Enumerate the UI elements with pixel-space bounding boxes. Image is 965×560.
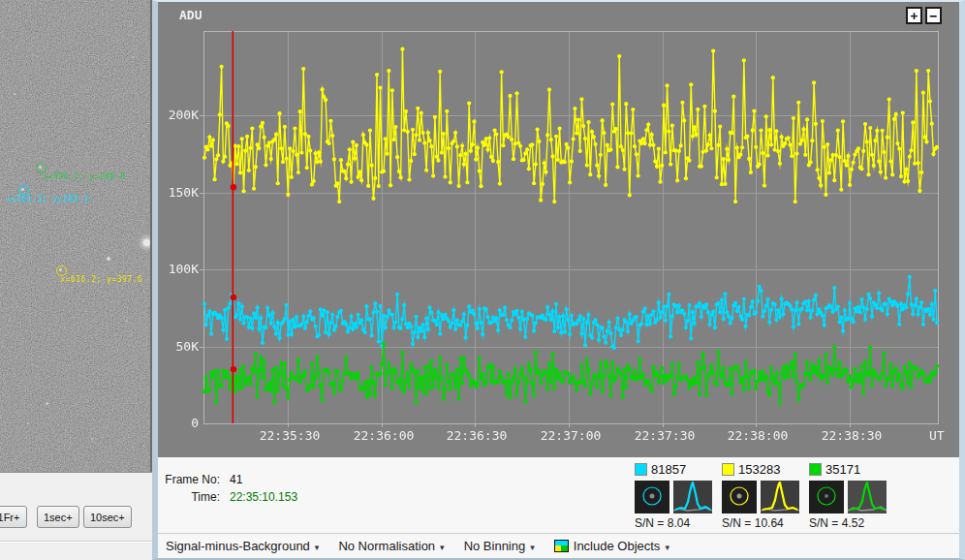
series-swatch <box>635 463 647 476</box>
psf-profile-thumbnail[interactable] <box>761 481 799 513</box>
snr-value: 8.04 <box>668 516 690 530</box>
aperture-thumbnail[interactable] <box>635 481 669 513</box>
chevron-down-icon: ▾ <box>315 541 320 552</box>
light-curve-plot[interactable] <box>158 2 959 457</box>
series-current-value: 81857 <box>651 462 686 477</box>
frame-number-label: Frame No: <box>162 473 220 486</box>
snr-value: 4.52 <box>842 516 864 530</box>
series-current-value: 153283 <box>738 462 780 477</box>
reduction-mode-label: Signal-minus-Background <box>166 539 310 553</box>
y-tick-label: 100K <box>160 262 199 276</box>
light-curve-chart: ADU 200K 150K 100K 50K 0 22:35:30 22:36:… <box>158 2 959 457</box>
snr-label: S/N = <box>809 516 838 530</box>
x-tick-label: 22:36:30 <box>436 428 517 443</box>
tracked-object-coords: x=461.3; y=282.3 <box>7 195 89 203</box>
psf-profile-thumbnail[interactable] <box>848 481 887 513</box>
tracked-object-coords: x=496.2; y=248.8 <box>43 172 125 181</box>
frame-info-panel: Frame No: 41 Time: 22:35:10.153 81857 <box>158 457 959 533</box>
star <box>46 402 48 405</box>
snr-value: 10.64 <box>755 516 784 530</box>
star <box>107 257 110 261</box>
legend-object-3: 35171 S/N = 4.52 <box>809 462 894 530</box>
psf-profile-thumbnail[interactable] <box>673 481 712 513</box>
video-panel: x=496.2; y=248.8 x=461.3; y=282.3 x=616.… <box>0 0 152 560</box>
noise-texture <box>0 0 150 472</box>
y-axis-title: ADU <box>179 8 202 22</box>
star <box>132 56 134 58</box>
advance-10sec-button[interactable]: 10sec+ <box>83 506 132 528</box>
x-tick-label: 22:38:30 <box>811 428 892 443</box>
snr-label: S/N = <box>722 516 751 530</box>
zoom-in-button[interactable]: + <box>906 7 922 24</box>
normalisation-menu[interactable]: No Normalisation ▾ <box>338 539 444 553</box>
y-tick-label: 150K <box>160 185 199 200</box>
series-swatch <box>809 463 822 476</box>
tracked-object-coords: x=616.2; y=397.6 <box>60 275 142 284</box>
binning-label: No Binning <box>464 539 526 553</box>
reduction-mode-menu[interactable]: Signal-minus-Background ▾ <box>166 539 319 553</box>
chart-options-toolbar: Signal-minus-Background ▾ No Normalisati… <box>158 533 959 558</box>
light-curve-window: ADU 200K 150K 100K 50K 0 22:35:30 22:36:… <box>152 0 965 560</box>
chevron-down-icon: ▾ <box>530 541 535 552</box>
chevron-down-icon: ▾ <box>440 541 445 552</box>
app-screen: x=496.2; y=248.8 x=461.3; y=282.3 x=616.… <box>0 0 965 560</box>
normalisation-label: No Normalisation <box>338 539 435 553</box>
x-tick-label: 22:37:30 <box>624 428 705 443</box>
legend-object-2: 153283 S/N = 10.64 <box>722 462 807 530</box>
zoom-out-button[interactable]: − <box>925 7 942 24</box>
x-tick-label: 22:35:30 <box>249 428 330 443</box>
aperture-thumbnail[interactable] <box>722 481 757 513</box>
include-objects-menu[interactable]: Include Objects ▾ <box>554 539 669 553</box>
y-tick-label: 50K <box>160 339 199 354</box>
x-tick-label: 22:37:00 <box>530 428 611 443</box>
chevron-down-icon: ▾ <box>665 541 669 552</box>
x-tick-label: 22:38:00 <box>717 428 798 443</box>
binning-menu[interactable]: No Binning ▾ <box>464 539 535 553</box>
snr-label: S/N = <box>635 516 664 530</box>
x-tick-label: 22:36:00 <box>343 428 424 443</box>
star <box>91 438 93 440</box>
star <box>143 239 150 246</box>
advance-1sec-button[interactable]: 1sec+ <box>37 506 79 528</box>
frame-time-label: Time: <box>162 490 220 504</box>
y-tick-label: 200K <box>160 108 199 122</box>
star <box>27 422 29 424</box>
divider <box>0 541 152 543</box>
objects-colors-icon <box>554 540 569 552</box>
y-tick-label: 0 <box>160 416 199 430</box>
aperture-thumbnail[interactable] <box>809 481 844 513</box>
playback-controls: 1Fr+ 1sec+ 10sec+ <box>0 472 152 560</box>
series-current-value: 35171 <box>825 462 860 477</box>
frame-number-value: 41 <box>230 473 242 486</box>
series-swatch <box>722 463 734 476</box>
frame-time-value: 22:35:10.153 <box>230 490 297 504</box>
starfield-image[interactable]: x=496.2; y=248.8 x=461.3; y=282.3 x=616.… <box>0 0 152 472</box>
star <box>14 93 16 95</box>
x-axis-title: UT <box>929 428 945 443</box>
advance-1frame-button[interactable]: 1Fr+ <box>0 506 27 528</box>
star <box>126 320 128 322</box>
include-objects-label: Include Objects <box>574 539 661 553</box>
legend-object-1: 81857 S/N = 8.04 <box>635 462 720 530</box>
